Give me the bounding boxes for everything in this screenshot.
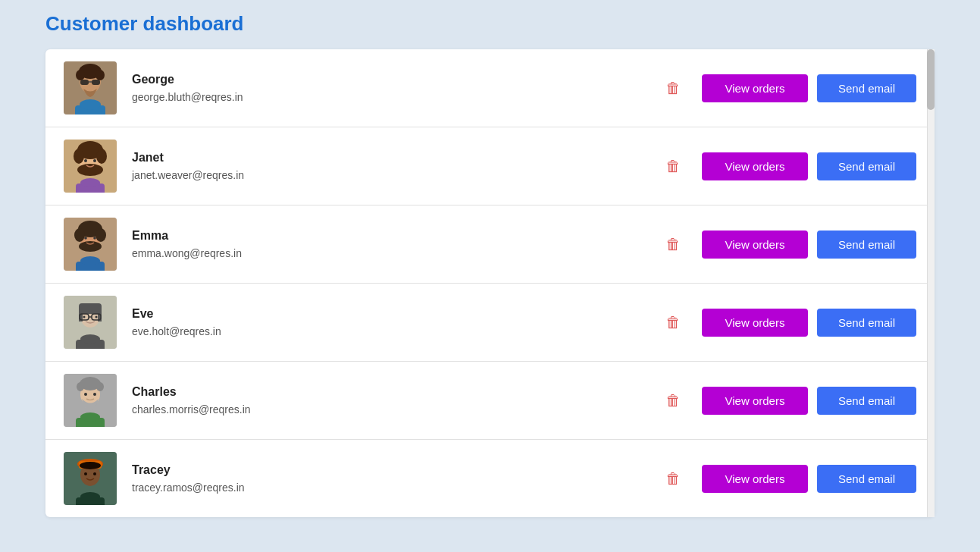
svg-point-23 (74, 228, 85, 242)
svg-point-9 (80, 99, 101, 110)
view-orders-button[interactable]: View orders (702, 309, 808, 337)
svg-point-56 (84, 472, 87, 475)
delete-icon[interactable]: 🗑 (665, 470, 681, 488)
row-actions: 🗑 View orders Send email (665, 387, 916, 415)
svg-point-38 (83, 316, 86, 318)
avatar (64, 140, 117, 193)
customer-name: George (132, 73, 650, 86)
delete-icon[interactable]: 🗑 (665, 80, 681, 97)
svg-point-16 (84, 159, 87, 162)
customer-name: Charles (132, 385, 650, 399)
svg-point-3 (76, 70, 85, 80)
svg-point-26 (84, 237, 87, 240)
avatar (64, 61, 117, 114)
svg-point-29 (80, 256, 100, 265)
view-orders-button[interactable]: View orders (702, 152, 808, 180)
svg-point-57 (93, 472, 96, 475)
svg-point-47 (84, 393, 87, 396)
customer-info: Emma emma.wong@reqres.in (132, 229, 650, 259)
customer-name: Emma (132, 229, 650, 243)
view-orders-button[interactable]: View orders (702, 387, 808, 415)
svg-point-4 (95, 70, 105, 80)
svg-point-19 (80, 178, 100, 187)
customer-row: George george.bluth@reqres.in 🗑 View ord… (45, 49, 935, 127)
customer-list-wrapper: George george.bluth@reqres.in 🗑 View ord… (45, 49, 935, 517)
send-email-button[interactable]: Send email (817, 387, 916, 415)
customer-row: Emma emma.wong@reqres.in 🗑 View orders S… (45, 205, 935, 284)
row-actions: 🗑 View orders Send email (665, 231, 916, 259)
customer-list: George george.bluth@reqres.in 🗑 View ord… (45, 49, 935, 517)
delete-icon[interactable]: 🗑 (665, 314, 681, 331)
avatar (64, 452, 117, 505)
delete-icon[interactable]: 🗑 (665, 158, 681, 175)
customer-row: Tracey tracey.ramos@reqres.in 🗑 View ord… (45, 440, 935, 517)
customer-info: George george.bluth@reqres.in (132, 73, 650, 103)
row-actions: 🗑 View orders Send email (665, 74, 916, 102)
svg-point-24 (95, 228, 106, 242)
customer-email: charles.morris@reqres.in (132, 403, 650, 416)
avatar (64, 218, 117, 271)
customer-email: janet.weaver@reqres.in (132, 169, 650, 181)
view-orders-button[interactable]: View orders (702, 74, 808, 102)
row-actions: 🗑 View orders Send email (665, 309, 916, 337)
delete-icon[interactable]: 🗑 (665, 236, 681, 253)
avatar (64, 374, 117, 427)
svg-point-13 (74, 149, 84, 164)
scrollbar-track[interactable] (927, 49, 935, 517)
svg-point-27 (93, 237, 96, 240)
svg-point-17 (93, 159, 96, 162)
customer-row: Janet janet.weaver@reqres.in 🗑 View orde… (45, 127, 935, 205)
svg-point-59 (80, 492, 100, 501)
svg-point-14 (96, 149, 107, 164)
customer-name: Tracey (132, 463, 650, 477)
row-actions: 🗑 View orders Send email (665, 465, 916, 493)
svg-point-41 (80, 334, 100, 343)
customer-email: emma.wong@reqres.in (132, 247, 650, 259)
avatar (64, 296, 117, 349)
svg-point-15 (77, 164, 103, 176)
send-email-button[interactable]: Send email (817, 152, 916, 180)
svg-rect-6 (92, 80, 100, 85)
svg-rect-5 (80, 80, 89, 85)
row-actions: 🗑 View orders Send email (665, 152, 916, 180)
customer-info: Charles charles.morris@reqres.in (132, 385, 650, 416)
customer-row: Eve eve.holt@reqres.in 🗑 View orders Sen… (45, 284, 935, 362)
svg-point-48 (93, 393, 96, 396)
view-orders-button[interactable]: View orders (702, 231, 808, 259)
customer-info: Eve eve.holt@reqres.in (132, 307, 650, 337)
svg-point-45 (77, 382, 84, 391)
send-email-button[interactable]: Send email (817, 309, 916, 337)
customer-name: Janet (132, 151, 650, 165)
customer-email: george.bluth@reqres.in (132, 91, 650, 103)
svg-point-39 (95, 316, 98, 318)
delete-icon[interactable]: 🗑 (665, 392, 681, 409)
page-title: Customer dashboard (45, 12, 935, 36)
scrollbar-thumb[interactable] (927, 49, 935, 110)
svg-point-55 (80, 462, 101, 469)
customer-info: Tracey tracey.ramos@reqres.in (132, 463, 650, 494)
svg-point-46 (96, 382, 104, 391)
view-orders-button[interactable]: View orders (702, 465, 808, 493)
send-email-button[interactable]: Send email (817, 231, 916, 259)
svg-point-50 (80, 412, 100, 422)
customer-info: Janet janet.weaver@reqres.in (132, 151, 650, 181)
customer-email: eve.holt@reqres.in (132, 325, 650, 337)
customer-row: Charles charles.morris@reqres.in 🗑 View … (45, 362, 935, 440)
svg-point-25 (79, 241, 102, 252)
customer-name: Eve (132, 307, 650, 321)
send-email-button[interactable]: Send email (817, 465, 916, 493)
send-email-button[interactable]: Send email (817, 74, 916, 102)
customer-email: tracey.ramos@reqres.in (132, 481, 650, 494)
